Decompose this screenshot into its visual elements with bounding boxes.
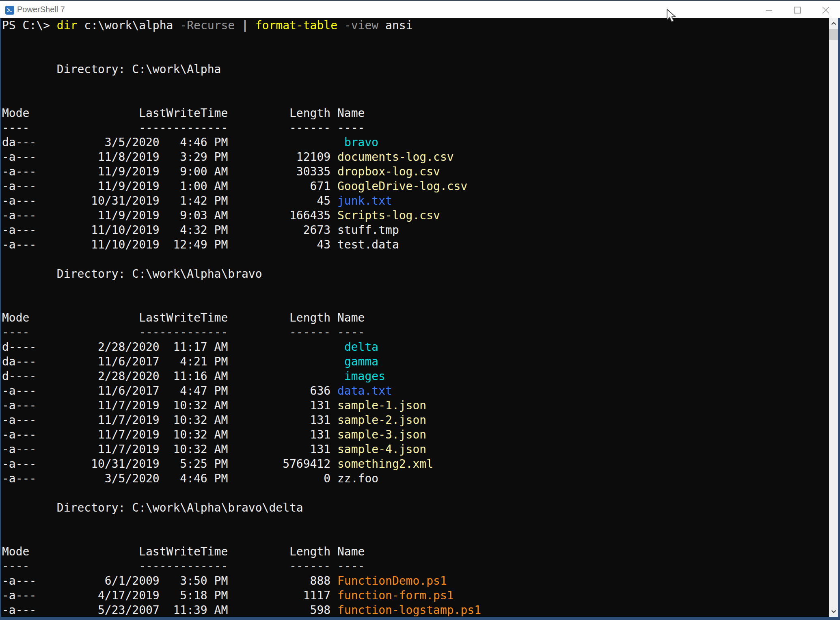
maximize-icon — [794, 6, 801, 14]
terminal-text-segment: function-logstamp.ps1 — [337, 603, 481, 617]
terminal-text-segment: -Recurse — [180, 19, 235, 32]
terminal-text-segment: Directory: C:\work\Alpha\bravo\delta — [2, 501, 303, 514]
terminal-line: Mode LastWriteTime Length Name — [2, 106, 829, 121]
terminal-text-segment: PS C:\> — [2, 19, 57, 32]
terminal-text-segment: -a--- 11/9/2019 9:00 AM 30335 — [2, 165, 337, 178]
maximize-button[interactable] — [783, 1, 812, 19]
terminal-line — [2, 48, 829, 62]
scrollbar-up-button[interactable] — [829, 20, 838, 27]
terminal-text-segment: -a--- 11/10/2019 4:32 PM 2673 — [2, 223, 337, 237]
scrollbar-thumb[interactable] — [829, 29, 838, 40]
terminal-line — [2, 33, 829, 48]
terminal-line: -a--- 11/8/2019 3:29 PM 12109 documents-… — [2, 150, 829, 164]
terminal-line: -a--- 3/5/2020 4:46 PM 0 zz.foo — [2, 471, 829, 486]
close-icon — [822, 6, 829, 14]
terminal-line: -a--- 11/9/2019 1:00 AM 671 GoogleDrive-… — [2, 179, 829, 194]
terminal-line: Mode LastWriteTime Length Name — [2, 311, 829, 325]
terminal-text-segment: Mode LastWriteTime Length Name — [2, 545, 365, 558]
terminal-text-segment: -a--- 11/10/2019 12:49 PM 43 — [2, 238, 337, 251]
terminal-line: d---- 2/28/2020 11:16 AM images — [2, 369, 829, 384]
terminal-output: PS C:\> dir c:\work\alpha -Recurse | for… — [1, 18, 829, 617]
terminal-line: -a--- 11/6/2017 4:47 PM 636 data.txt — [2, 384, 829, 398]
window-controls — [755, 1, 840, 19]
terminal-text-segment: -a--- 5/23/2007 11:39 AM 598 — [2, 603, 337, 617]
terminal-line — [2, 91, 829, 106]
powershell-icon — [5, 6, 14, 15]
terminal-text-segment: sample-2.json — [337, 413, 426, 427]
terminal-line: -a--- 11/10/2019 4:32 PM 2673 stuff.tmp — [2, 223, 829, 238]
scrollbar[interactable] — [829, 18, 838, 617]
terminal-line: -a--- 5/23/2007 11:39 AM 598 function-lo… — [2, 603, 829, 617]
terminal-text-segment: Directory: C:\work\Alpha\bravo — [2, 267, 262, 281]
terminal-line: ---- ------------- ------ ---- — [2, 559, 829, 574]
terminal-line: Directory: C:\work\Alpha\bravo — [2, 267, 829, 281]
terminal-text-segment: zz.foo — [337, 472, 378, 485]
terminal-text-segment: Scripts-log.csv — [337, 209, 440, 222]
terminal-text-segment: -a--- 11/7/2019 10:32 AM 131 — [2, 399, 337, 412]
terminal-text-segment: ---- ------------- ------ ---- — [2, 560, 365, 573]
terminal-text-segment: -a--- 3/5/2020 4:46 PM 0 — [2, 472, 337, 485]
terminal-line — [2, 77, 829, 91]
terminal-line: -a--- 4/17/2019 5:18 PM 1117 function-fo… — [2, 588, 829, 603]
window-title: PowerShell 7 — [17, 5, 65, 14]
terminal-text-segment: format-table — [255, 19, 337, 32]
terminal-text-segment: stuff.tmp — [337, 223, 399, 237]
minimize-button[interactable] — [755, 1, 783, 19]
terminal-text-segment: delta — [344, 340, 378, 354]
title-bar: PowerShell 7 — [0, 0, 840, 18]
terminal-line — [2, 530, 829, 544]
terminal-text-segment: d---- 2/28/2020 11:16 AM — [2, 369, 344, 383]
powershell-window: PS C:\> dir c:\work\alpha -Recurse | for… — [0, 0, 840, 620]
terminal-line: -a--- 6/1/2009 3:50 PM 888 FunctionDemo.… — [2, 574, 829, 588]
terminal-text-segment: function-form.ps1 — [337, 589, 454, 602]
terminal-text-segment: images — [344, 369, 385, 383]
terminal-line — [2, 296, 829, 311]
terminal-line: Directory: C:\work\Alpha — [2, 62, 829, 77]
terminal-text-segment: ansi — [378, 19, 412, 32]
terminal-text-segment: ---- ------------- ------ ---- — [2, 326, 365, 339]
terminal-line: -a--- 11/7/2019 10:32 AM 131 sample-4.js… — [2, 442, 829, 457]
terminal-text-segment: bravo — [344, 136, 378, 149]
terminal-text-segment: ---- ------------- ------ ---- — [2, 121, 365, 134]
terminal-text-segment: FunctionDemo.ps1 — [337, 574, 447, 588]
terminal-text-segment: -a--- 10/31/2019 5:25 PM 5769412 — [2, 457, 337, 471]
scrollbar-down-button[interactable] — [829, 608, 838, 615]
terminal-line: -a--- 11/7/2019 10:32 AM 131 sample-2.js… — [2, 413, 829, 428]
terminal-text-segment: -a--- 4/17/2019 5:18 PM 1117 — [2, 589, 337, 602]
terminal-text-segment: test.data — [337, 238, 399, 251]
terminal-text-segment: data.txt — [337, 384, 392, 397]
chevron-up-icon — [831, 22, 836, 25]
window-border-left — [0, 18, 1, 620]
terminal-line: PS C:\> dir c:\work\alpha -Recurse | for… — [2, 18, 829, 33]
terminal-text-segment: -a--- 11/6/2017 4:47 PM 636 — [2, 384, 337, 397]
terminal-text-segment: documents-log.csv — [337, 150, 454, 164]
terminal-line: d---- 2/28/2020 11:17 AM delta — [2, 340, 829, 354]
terminal-line: -a--- 11/7/2019 10:32 AM 131 sample-1.js… — [2, 398, 829, 413]
terminal-line: -a--- 11/9/2019 9:00 AM 30335 dropbox-lo… — [2, 164, 829, 179]
terminal-line — [2, 486, 829, 501]
terminal-line: da--- 11/6/2017 4:21 PM gamma — [2, 354, 829, 369]
terminal-text-segment: | — [235, 19, 255, 32]
terminal-text-segment: Directory: C:\work\Alpha — [2, 63, 221, 76]
terminal-line — [2, 252, 829, 267]
close-button[interactable] — [812, 1, 840, 19]
terminal-line: Directory: C:\work\Alpha\bravo\delta — [2, 501, 829, 515]
terminal-text-segment: -a--- 6/1/2009 3:50 PM 888 — [2, 574, 337, 588]
terminal-text-segment: gamma — [344, 355, 378, 368]
terminal-text-segment: sample-4.json — [337, 443, 426, 456]
terminal-text-segment: -a--- 11/7/2019 10:32 AM 131 — [2, 413, 337, 427]
terminal-text-segment: sample-1.json — [337, 399, 426, 412]
window-border-bottom — [0, 617, 840, 620]
chevron-down-icon — [831, 610, 836, 613]
terminal-line — [2, 281, 829, 296]
terminal-text-segment: Mode LastWriteTime Length Name — [2, 311, 365, 324]
terminal-line: -a--- 10/31/2019 5:25 PM 5769412 somethi… — [2, 457, 829, 471]
terminal-line: da--- 3/5/2020 4:46 PM bravo — [2, 135, 829, 150]
terminal-line: -a--- 10/31/2019 1:42 PM 45 junk.txt — [2, 194, 829, 208]
terminal-text-segment: d---- 2/28/2020 11:17 AM — [2, 340, 344, 354]
terminal-text-segment: -a--- 11/9/2019 9:03 AM 166435 — [2, 209, 337, 222]
terminal-text-segment: dir — [57, 19, 78, 32]
terminal-text-segment: -a--- 11/7/2019 10:32 AM 131 — [2, 443, 337, 456]
terminal-text-segment: GoogleDrive-log.csv — [337, 179, 467, 193]
terminal-text-segment: -a--- 11/8/2019 3:29 PM 12109 — [2, 150, 337, 164]
